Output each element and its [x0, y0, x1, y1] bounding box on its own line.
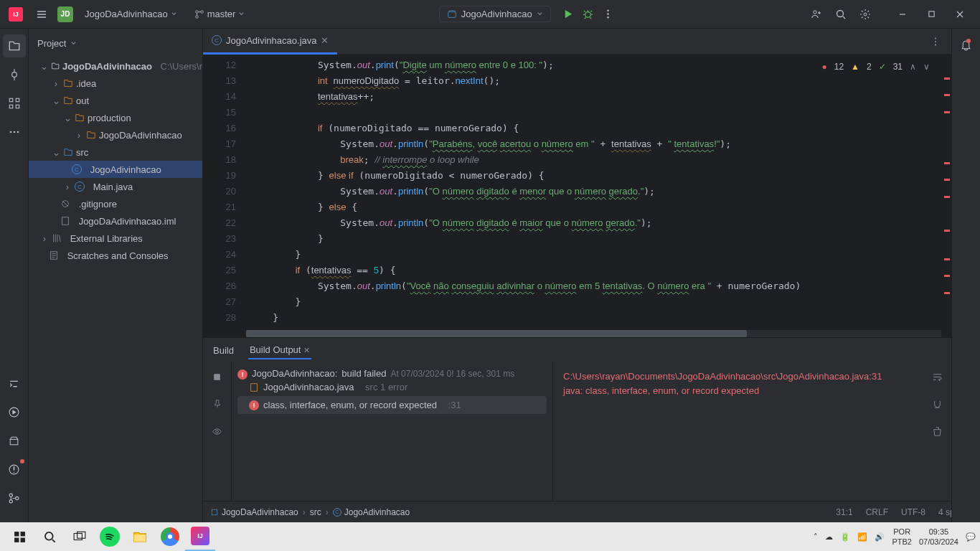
- build-output-text[interactable]: C:\Users\rayan\Documents\JogoDaAdivinhac…: [553, 362, 923, 501]
- file-encoding[interactable]: UTF-8: [901, 507, 925, 517]
- build-panel: Build Build Output✕ ! JogoDaAdivinhacao:…: [203, 337, 951, 501]
- tree-root[interactable]: ⌄JogoDaAdivinhacao C:\Users\r: [29, 57, 202, 75]
- pin-icon[interactable]: [207, 394, 227, 414]
- code-with-me-icon[interactable]: [806, 4, 826, 24]
- tree-item[interactable]: Scratches and Consoles: [29, 247, 202, 264]
- project-tree[interactable]: ⌄JogoDaAdivinhacao C:\Users\r ›.idea ⌄ou…: [29, 57, 202, 522]
- error-stripe[interactable]: [943, 55, 951, 337]
- close-button[interactable]: [946, 0, 974, 29]
- tree-item[interactable]: ›JogoDaAdivinhacao: [29, 126, 202, 143]
- folder-icon: [86, 130, 96, 140]
- tab-build[interactable]: Build: [212, 342, 235, 359]
- tree-item[interactable]: JogoDaAdivinhacao.iml: [29, 212, 202, 230]
- run-button[interactable]: [558, 4, 578, 24]
- tab-close-icon[interactable]: ✕: [321, 35, 329, 46]
- breadcrumb-item[interactable]: JogoDaAdivinhacao: [210, 507, 298, 517]
- task-view-button[interactable]: [65, 522, 95, 551]
- tree-item[interactable]: › External Libraries: [29, 230, 202, 247]
- svg-rect-11: [928, 11, 933, 17]
- project-tool-icon[interactable]: [3, 34, 26, 57]
- svg-rect-42: [77, 532, 85, 538]
- class-icon: C: [75, 182, 85, 192]
- breadcrumb-item[interactable]: src: [310, 507, 321, 517]
- language-indicator[interactable]: PORPTB2: [892, 527, 912, 547]
- search-button[interactable]: [34, 522, 65, 551]
- volume-icon[interactable]: 🔊: [875, 532, 885, 542]
- tree-item[interactable]: .gitignore: [29, 195, 202, 212]
- line-separator[interactable]: CRLF: [866, 507, 888, 517]
- stop-icon[interactable]: [207, 367, 227, 387]
- editor-area: C JogoAdivinhacao.java ✕ 121314151617181…: [203, 29, 951, 522]
- class-icon: C: [333, 508, 341, 517]
- code-content[interactable]: System.out.print("Digite um número entre…: [246, 55, 951, 337]
- notifications-icon[interactable]: [956, 34, 976, 55]
- run-tool-icon[interactable]: [3, 400, 26, 423]
- run-config-selector[interactable]: JogoAdivinhacao: [439, 6, 551, 22]
- breadcrumb-bar: JogoDaAdivinhacao › src › CJogoAdivinhac…: [203, 501, 951, 522]
- problems-tool-icon[interactable]: [3, 458, 26, 481]
- tree-item[interactable]: ⌄src: [29, 143, 202, 161]
- chrome-icon[interactable]: [155, 522, 185, 551]
- prev-highlight-icon[interactable]: ∧: [910, 62, 916, 72]
- inspection-widget[interactable]: ●12 ▲2 ✓31 ∧ ∨: [817, 60, 934, 73]
- commit-tool-icon[interactable]: [3, 63, 26, 86]
- editor-body[interactable]: 1213141516171819202122232425262728 Syste…: [203, 55, 951, 337]
- tree-item-selected[interactable]: C JogoAdivinhacao: [29, 161, 202, 178]
- explorer-icon[interactable]: [125, 522, 155, 551]
- clear-icon[interactable]: [927, 421, 947, 441]
- next-highlight-icon[interactable]: ∨: [923, 62, 930, 72]
- editor-tab[interactable]: C JogoAdivinhacao.java ✕: [203, 29, 337, 55]
- build-tool-icon[interactable]: [3, 429, 26, 452]
- warning-count-icon: ▲: [851, 62, 859, 72]
- svg-point-29: [935, 37, 936, 39]
- clock[interactable]: 09:3507/03/2024: [919, 527, 958, 547]
- search-icon[interactable]: [831, 4, 851, 24]
- settings-icon[interactable]: [855, 4, 875, 24]
- minimize-button[interactable]: [888, 0, 917, 29]
- wifi-icon[interactable]: 📶: [857, 532, 867, 542]
- tree-item[interactable]: ›C Main.java: [29, 178, 202, 195]
- onedrive-icon[interactable]: ☁: [825, 532, 833, 542]
- vcs-branch-dropdown[interactable]: master: [189, 7, 251, 21]
- intellij-taskbar-icon[interactable]: IJ: [185, 522, 215, 551]
- structure-tool-icon[interactable]: [3, 92, 26, 115]
- action-center-icon[interactable]: 💬: [966, 532, 976, 542]
- tree-item[interactable]: ›.idea: [29, 75, 202, 92]
- project-panel-header[interactable]: Project: [29, 29, 202, 57]
- hamburger-icon[interactable]: [32, 4, 52, 24]
- close-icon[interactable]: ✕: [303, 346, 310, 354]
- vcs-tool-icon[interactable]: [3, 486, 26, 509]
- soft-wrap-icon[interactable]: [927, 367, 947, 387]
- tab-more-icon[interactable]: [925, 32, 946, 52]
- maximize-button[interactable]: [917, 0, 946, 29]
- left-tool-rail: [0, 29, 29, 522]
- svg-rect-16: [16, 105, 19, 108]
- more-tools-icon[interactable]: [3, 121, 26, 143]
- more-actions-icon[interactable]: [598, 4, 618, 24]
- eye-icon[interactable]: [207, 421, 227, 441]
- folder-icon: [63, 147, 73, 157]
- tray-chevron-icon[interactable]: ˄: [814, 532, 818, 542]
- start-button[interactable]: [4, 522, 34, 551]
- tree-item[interactable]: ⌄production: [29, 109, 202, 126]
- debug-button[interactable]: [578, 4, 598, 24]
- tab-filename: JogoAdivinhacao.java: [226, 35, 316, 46]
- terminal-tool-icon[interactable]: [3, 372, 26, 395]
- horizontal-scrollbar[interactable]: [246, 330, 941, 337]
- scroll-to-end-icon[interactable]: [927, 394, 947, 414]
- tab-build-output[interactable]: Build Output✕: [248, 342, 312, 359]
- cursor-position[interactable]: 31:1: [836, 507, 852, 517]
- build-tree[interactable]: ! JogoDaAdivinhacao: build failed At 07/…: [232, 362, 553, 501]
- folder-icon: [63, 95, 73, 105]
- java-file-icon: [249, 382, 259, 392]
- tree-item[interactable]: ⌄out: [29, 92, 202, 109]
- project-badge: JD: [57, 6, 73, 22]
- panel-title: Project: [37, 38, 66, 49]
- spotify-icon[interactable]: [95, 522, 125, 551]
- breadcrumb-item[interactable]: CJogoAdivinhacao: [333, 507, 410, 517]
- svg-point-25: [16, 496, 19, 499]
- build-error-row[interactable]: ! class, interface, enum, or record expe…: [237, 396, 547, 414]
- battery-icon[interactable]: 🔋: [840, 532, 850, 542]
- app-menu-icon[interactable]: IJ: [6, 4, 26, 24]
- project-dropdown[interactable]: JogoDaAdivinhacao: [79, 7, 183, 21]
